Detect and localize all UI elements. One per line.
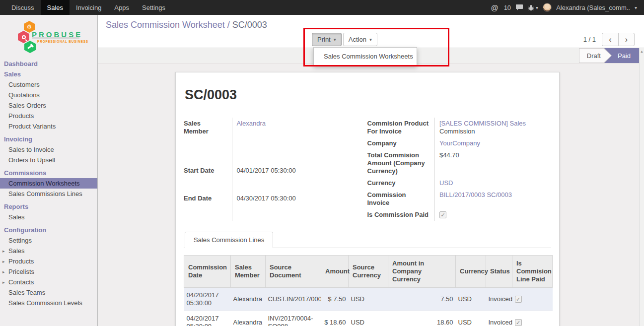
nav-item-discuss[interactable]: Discuss [5,0,41,15]
field-value-start-date: 04/01/2017 05:30:00 [232,165,367,193]
col-sales-member[interactable]: Sales Member [231,256,266,288]
field-value-company[interactable]: YourCompany [439,139,480,147]
menu-item-sales-commission-worksheets[interactable]: Sales Commission Worksheets [314,50,417,63]
nav-item-apps[interactable]: Apps [108,0,136,15]
print-caret-icon: ▾ [334,37,336,42]
expand-icon[interactable]: ▸ [2,248,5,255]
expand-icon[interactable]: ▸ [2,259,5,265]
notebook: Sales Commission Lines Commission Date S… [184,232,551,326]
breadcrumb-separator: / [227,20,230,30]
sidebar-item-product-variants[interactable]: Product Variants [0,121,97,131]
sidebar-item-commission-worksheets[interactable]: Commission Worksheets [0,178,97,189]
sidebar-item-sales-to-invoice[interactable]: Sales to Invoice [0,144,97,155]
field-value-total-commission: $44.70 [435,149,552,177]
breadcrumb-current: SC/0003 [232,20,267,30]
sidebar-item-sales-orders[interactable]: Sales Orders [0,100,97,111]
pager: 1 / 1 ‹ › [583,33,635,46]
sidebar-item-sales-commission-levels[interactable]: Sales Commission Levels [0,298,97,308]
field-value-commission-product-rest: Commission [439,128,475,135]
mentions-icon[interactable]: @ [491,3,498,12]
nav-item-settings[interactable]: Settings [136,0,172,15]
brand-name: PROBUSE [32,30,82,39]
pager-previous-button[interactable]: ‹ [602,33,618,46]
line-paid-checkbox: ✓ [515,319,522,326]
col-amount[interactable]: Amount [321,256,349,288]
user-menu[interactable]: Alexandra (Sales_comm.. [556,4,630,11]
sidebar-item-dashboard[interactable]: Dashboard [0,59,97,69]
table-row[interactable]: 04/20/2017 05:30:00 Alexandra INV/2017/0… [184,311,553,326]
sidebar-item-config-contacts[interactable]: ▸Contacts [0,277,97,287]
action-button[interactable]: Action ▾ [343,33,377,46]
nav-item-sales[interactable]: Sales [41,0,70,15]
field-label-commission-invoice: Commission Invoice [367,189,435,209]
field-group-left: Sales Member Alexandra Start Date 04/01/… [184,118,367,221]
field-value-currency[interactable]: USD [439,179,453,187]
logo-magnifier-hexagon-icon [18,31,29,43]
sidebar-item-config-pricelists[interactable]: ▸Pricelists [0,266,97,277]
form-fields: Sales Member Alexandra Start Date 04/01/… [184,118,551,221]
sidebar-item-quotations[interactable]: Quotations [0,90,97,100]
status-step-draft[interactable]: Draft [579,48,612,63]
col-is-commission-line-paid[interactable]: Is Commision Line Paid [512,256,553,288]
field-value-end-date: 04/30/2017 05:30:00 [232,193,367,221]
field-value-commission-invoice[interactable]: BILL/2017/0003 SC/0003 [439,191,512,198]
pager-next-button[interactable]: › [618,33,635,46]
pager-value: 1 / 1 [583,36,596,43]
field-label-is-commission-paid: Is Commission Paid [367,209,435,221]
breadcrumb: Sales Commission Worksheet / SC/0003 [106,20,267,30]
commission-lines-table: Commission Date Sales Member Source Docu… [184,255,553,326]
control-panel: Sales Commission Worksheet / SC/0003 Pri… [98,15,644,48]
tab-sales-commission-lines[interactable]: Sales Commission Lines [185,232,273,248]
sidebar-menu: Dashboard Sales Customers Quotations Sal… [0,59,97,308]
table-row[interactable]: 04/20/2017 05:30:00 Alexandra CUST.IN/20… [184,288,553,311]
col-currency[interactable]: Currency [456,256,486,288]
logo-tools-hexagon-icon [24,41,36,53]
col-source-currency[interactable]: Source Currency [349,256,388,288]
col-amount-company-currency[interactable]: Amount in Company Currency [388,256,456,288]
print-button[interactable]: Print ▾ [312,33,342,46]
debug-icon[interactable]: ▾ [528,4,538,11]
control-panel-buttons: Print ▾ Action ▾ [312,33,377,46]
sidebar-section-configuration[interactable]: Configuration [0,225,97,235]
print-dropdown-menu: Sales Commission Worksheets [313,47,417,65]
sidebar-item-sales-commissions-lines[interactable]: Sales Commissions Lines [0,189,97,199]
field-value-sales-member[interactable]: Alexandra [237,120,266,127]
field-label-total-commission: Total Commision Amount (Company Currency… [367,149,435,177]
col-status[interactable]: Status [486,256,512,288]
record-title: SC/0003 [185,87,551,103]
app-menu: Discuss Sales Invoicing Apps Settings [5,0,172,15]
avatar[interactable] [543,3,552,12]
col-source-document[interactable]: Source Document [266,256,321,288]
probuse-logo[interactable]: ⚙ PROBUSE PROFESSIONAL BUSINESS [0,15,97,59]
field-label-end-date: End Date [184,193,232,221]
sidebar-section-reports[interactable]: Reports [0,201,97,212]
mention-count: 10 [504,4,511,11]
nav-item-invoicing[interactable]: Invoicing [70,0,108,15]
field-group-right: Commision Product For Invoice [SALES COM… [367,118,552,221]
user-caret-icon[interactable]: ▾ [635,5,637,10]
sidebar-section-sales[interactable]: Sales [0,69,97,79]
expand-icon[interactable]: ▸ [2,279,5,286]
field-value-commission-product[interactable]: [SALES COMMISSION] Sales [439,120,526,127]
sidebar-item-config-products[interactable]: ▸Products [0,256,97,266]
scroll-up-arrow-icon[interactable]: ▲ [640,48,644,55]
col-commission-date[interactable]: Commission Date [184,256,231,288]
breadcrumb-parent[interactable]: Sales Commission Worksheet [106,20,225,30]
sidebar-item-sales-teams[interactable]: Sales Teams [0,287,97,298]
brand-tagline: PROFESSIONAL BUSINESS [37,40,88,43]
sidebar-item-customers[interactable]: Customers [0,79,97,90]
top-navbar: Discuss Sales Invoicing Apps Settings @ … [0,0,644,15]
sidebar-section-commissions[interactable]: Commissions [0,168,97,178]
sidebar-item-settings[interactable]: Settings [0,235,97,246]
action-caret-icon: ▾ [369,37,372,42]
field-label-commission-product: Commision Product For Invoice [367,118,435,137]
sidebar-item-products[interactable]: Products [0,111,97,121]
sidebar-item-reports-sales[interactable]: Sales [0,212,97,222]
sidebar-item-config-sales[interactable]: ▸Sales [0,246,97,256]
expand-icon[interactable]: ▸ [2,269,5,275]
sidebar-item-orders-to-upsell[interactable]: Orders to Upsell [0,155,97,165]
sidebar-section-invoicing[interactable]: Invoicing [0,134,97,144]
form-view: SC/0003 Sales Member Alexandra Start Dat… [98,64,644,326]
messages-icon[interactable] [515,4,523,11]
vertical-scrollbar[interactable]: ▲ [639,48,644,326]
